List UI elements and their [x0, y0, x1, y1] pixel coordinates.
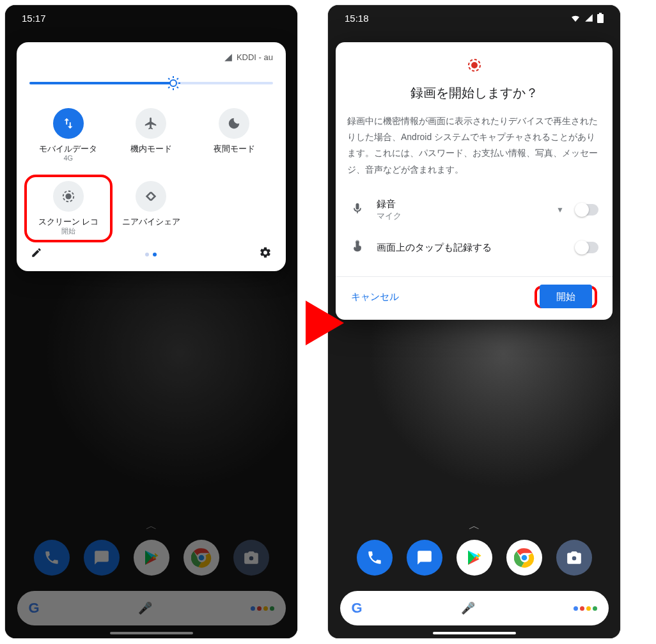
assistant-icon[interactable] — [574, 606, 597, 611]
option-label: 録音 — [377, 198, 545, 210]
edit-icon[interactable] — [31, 247, 42, 262]
status-bar: 15:17 — [5, 5, 297, 31]
phone-right: ︿ G 🎤 15:18 録画を開始しますか？ 録 — [328, 5, 620, 638]
dialog-title: 録画を開始しますか？ — [347, 84, 601, 102]
toggle-switch[interactable] — [575, 204, 598, 216]
option-sublabel: マイク — [377, 210, 545, 222]
moon-icon — [219, 108, 249, 139]
signal-icon — [584, 13, 593, 22]
dialog-body: 録画中に機密情報が画面に表示されたりデバイスで再生されたりした場合、Androi… — [347, 113, 601, 178]
chrome-app[interactable] — [506, 540, 542, 576]
camera-app[interactable] — [556, 540, 592, 576]
svg-point-23 — [520, 554, 527, 562]
settings-icon[interactable] — [259, 246, 272, 262]
touch-icon — [350, 240, 365, 256]
svg-rect-26 — [599, 13, 602, 14]
svg-marker-30 — [306, 301, 344, 345]
svg-point-7 — [170, 80, 176, 86]
messages-app[interactable] — [407, 540, 442, 576]
qs-tile-mobile-data[interactable]: モバイルデータ4G — [27, 104, 110, 166]
status-time: 15:18 — [345, 13, 369, 24]
qs-tile-airplane-mode[interactable]: 機内モード — [110, 104, 193, 166]
status-bar: 15:18 — [328, 5, 620, 31]
page-indicator — [145, 253, 157, 256]
option-label: 画面上のタップも記録する — [377, 242, 564, 254]
svg-line-15 — [177, 78, 178, 79]
swap-vertical-icon — [53, 108, 84, 139]
tile-label: ニアバイシェア — [122, 217, 180, 227]
tile-label: モバイルデータ — [39, 144, 97, 154]
page-dot[interactable] — [153, 253, 157, 256]
mic-icon[interactable]: 🎤 — [461, 601, 475, 615]
svg-point-27 — [471, 62, 478, 68]
chevron-down-icon[interactable]: ▼ — [556, 205, 564, 214]
record-target-icon — [53, 181, 84, 212]
svg-point-24 — [572, 556, 576, 561]
svg-rect-25 — [597, 14, 604, 23]
wifi-icon — [570, 13, 581, 23]
qs-tile-nearby-share[interactable]: ニアバイシェア — [110, 177, 193, 240]
option-record-audio[interactable]: 録音マイク▼ — [347, 189, 601, 231]
phone-left: ︿ G 🎤 15:17 KDDI - au — [5, 5, 297, 638]
svg-line-10 — [169, 78, 170, 79]
cancel-button[interactable]: キャンセル — [351, 291, 399, 303]
flow-arrow — [306, 301, 344, 348]
nearby-icon — [136, 181, 166, 212]
svg-line-14 — [169, 87, 170, 88]
tile-label: 夜間モード — [214, 144, 255, 154]
mic-icon — [350, 202, 365, 218]
dock — [357, 540, 592, 576]
qs-footer — [26, 240, 277, 265]
svg-point-16 — [65, 193, 71, 199]
toggle-switch[interactable] — [575, 242, 598, 253]
tile-sublabel: 開始 — [38, 226, 99, 236]
battery-icon — [597, 13, 604, 23]
page-dot[interactable] — [145, 253, 149, 256]
google-logo: G — [352, 600, 363, 617]
option-record-taps[interactable]: 画面上のタップも記録する — [347, 231, 601, 265]
signal-icon — [224, 53, 233, 62]
phone-app[interactable] — [357, 540, 393, 576]
play-store-app[interactable] — [457, 540, 492, 576]
app-drawer-handle[interactable]: ︿ — [469, 518, 480, 533]
qs-tiles: モバイルデータ4G機内モード夜間モードスクリーン レコ開始ニアバイシェア — [26, 104, 277, 240]
qs-tile-screen-record[interactable]: スクリーン レコ開始 — [24, 175, 113, 243]
airplane-icon — [136, 108, 166, 139]
carrier-label: KDDI - au — [237, 52, 273, 62]
search-bar[interactable]: G 🎤 — [340, 591, 609, 625]
start-button[interactable]: 開始 — [540, 285, 592, 308]
brightness-slider[interactable] — [29, 74, 273, 93]
brightness-icon[interactable] — [166, 75, 181, 91]
tile-label: 機内モード — [130, 144, 172, 154]
record-start-dialog: 録画を開始しますか？ 録画中に機密情報が画面に表示されたりデバイスで再生されたり… — [336, 42, 613, 320]
svg-line-11 — [177, 87, 178, 88]
tile-label: スクリーン レコ — [38, 217, 99, 227]
quick-settings-panel: KDDI - au モバイルデータ4G機内モード夜間モードスクリーン レコ開始ニ… — [17, 42, 286, 271]
highlight-frame: 開始 — [535, 286, 597, 308]
slider-fill — [29, 82, 171, 84]
status-time: 15:17 — [22, 13, 46, 24]
record-icon — [347, 58, 601, 75]
tile-sublabel: 4G — [39, 154, 97, 162]
gesture-bar[interactable] — [433, 632, 516, 634]
divider — [336, 276, 613, 277]
qs-tile-night-mode[interactable]: 夜間モード — [192, 104, 276, 166]
